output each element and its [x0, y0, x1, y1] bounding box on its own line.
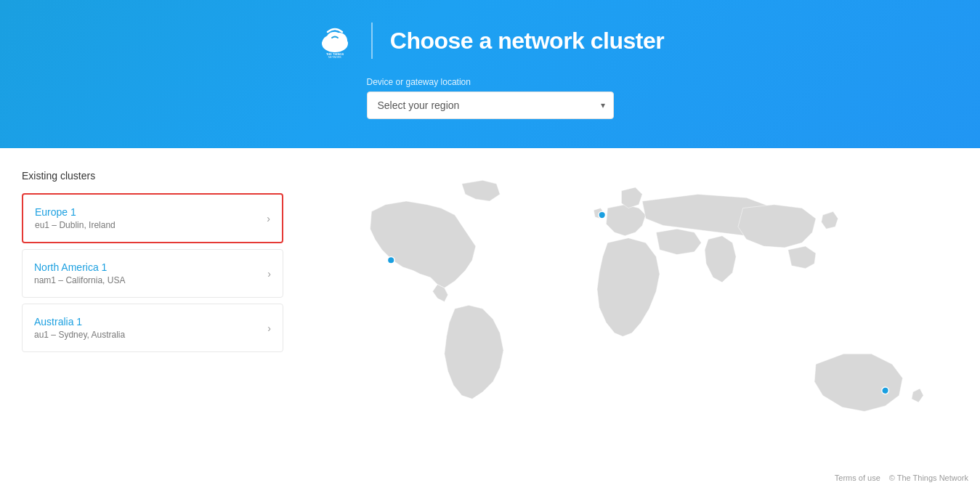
chevron-right-icon-europe-1: ›: [267, 213, 270, 224]
cluster-name-australia-1: Australia 1: [34, 316, 125, 328]
cluster-location-australia-1: au1 – Sydney, Australia: [34, 330, 125, 340]
cluster-info-australia-1: Australia 1 au1 – Sydney, Australia: [34, 316, 125, 340]
region-label: Device or gateway location: [367, 77, 471, 87]
map-container: [298, 170, 958, 488]
cluster-list: Europe 1 eu1 – Dublin, Ireland › North A…: [22, 193, 283, 358]
chevron-right-icon-australia-1: ›: [267, 322, 271, 334]
map-dot-australia-1: [881, 387, 888, 394]
chevron-right-icon-north-america-1: ›: [267, 268, 271, 280]
main-content: Existing clusters Europe 1 eu1 – Dublin,…: [0, 148, 980, 488]
cluster-item-europe-1[interactable]: Europe 1 eu1 – Dublin, Ireland ›: [22, 193, 283, 243]
cluster-info-north-america-1: North America 1 nam1 – California, USA: [34, 261, 125, 285]
cluster-info-europe-1: Europe 1 eu1 – Dublin, Ireland: [35, 206, 116, 230]
left-panel: Existing clusters Europe 1 eu1 – Dublin,…: [22, 170, 283, 488]
ttn-logo-icon: THE THINGS NETWORK: [316, 22, 354, 60]
copyright: © The Things Network: [889, 473, 968, 482]
logo-divider: [371, 23, 373, 59]
cluster-name-europe-1: Europe 1: [35, 206, 116, 218]
terms-of-use-link[interactable]: Terms of use: [835, 473, 880, 482]
header-top: THE THINGS NETWORK Choose a network clus…: [316, 22, 664, 60]
cluster-name-north-america-1: North America 1: [34, 261, 125, 273]
map-dot-north-america-1: [387, 256, 394, 264]
cluster-location-north-america-1: nam1 – California, USA: [34, 275, 125, 285]
logo: THE THINGS NETWORK: [316, 22, 354, 60]
page-title: Choose a network cluster: [390, 28, 664, 54]
cluster-item-australia-1[interactable]: Australia 1 au1 – Sydney, Australia ›: [22, 304, 283, 352]
region-select[interactable]: Select your region Europe North America …: [367, 92, 614, 119]
footer: Terms of use © The Things Network: [823, 468, 980, 488]
region-selector: Device or gateway location Select your r…: [367, 77, 614, 119]
cluster-item-north-america-1[interactable]: North America 1 nam1 – California, USA ›: [22, 249, 283, 298]
header: THE THINGS NETWORK Choose a network clus…: [0, 0, 980, 148]
map-dot-europe-1: [598, 211, 605, 219]
cluster-location-europe-1: eu1 – Dublin, Ireland: [35, 220, 116, 230]
world-map: [316, 170, 941, 488]
region-select-wrapper: Select your region Europe North America …: [367, 92, 614, 119]
existing-clusters-title: Existing clusters: [22, 170, 283, 182]
svg-text:NETWORK: NETWORK: [328, 56, 342, 59]
